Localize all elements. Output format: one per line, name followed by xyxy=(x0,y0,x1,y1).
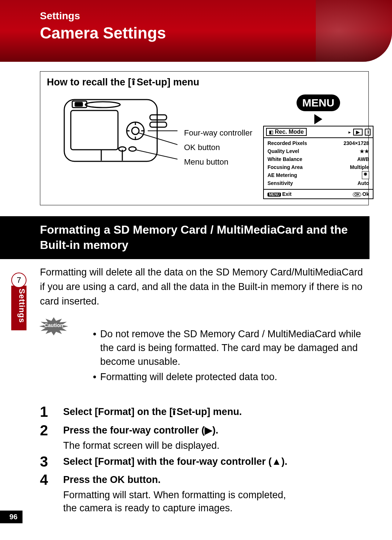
svg-line-19 xyxy=(135,150,177,159)
callout-four-way: Four-way controller xyxy=(184,126,257,140)
menu-footer-left: MENUExit xyxy=(268,191,291,197)
steps-list: 1 Select [Format] on the [îî Set-up] men… xyxy=(40,403,369,515)
section-label: Settings xyxy=(40,10,392,22)
intro-paragraph: Formatting will delete all the data on t… xyxy=(40,265,369,309)
menu-row-label: Focusing Area xyxy=(268,163,303,171)
svg-rect-11 xyxy=(150,115,167,120)
menu-tab-rec-mode: ◧ Rec. Mode xyxy=(266,128,307,136)
step: 3 Select [Format] with the four-way cont… xyxy=(40,453,369,470)
step: 1 Select [Format] on the [îî Set-up] men… xyxy=(40,403,369,421)
chapter-label: Settings xyxy=(11,286,26,330)
step-number: 1 xyxy=(40,403,52,421)
howto-diagram-box: How to recall the [îî Set-up] menu xyxy=(40,71,369,205)
svg-point-5 xyxy=(132,127,139,134)
menu-row: SensitivityAuto xyxy=(268,179,369,187)
svg-rect-12 xyxy=(150,122,167,127)
play-icon: ▶ xyxy=(356,129,360,135)
diagram-callouts: Four-way controller OK button Menu butto… xyxy=(184,93,257,169)
menu-badge: MENU xyxy=(297,94,340,111)
svg-point-16 xyxy=(129,147,136,151)
menu-row-value: ★★ xyxy=(360,147,369,155)
step-title: Press the OK button. xyxy=(63,471,369,488)
ae-metering-icon: ◉ xyxy=(362,171,369,179)
page-title: Camera Settings xyxy=(40,24,392,42)
step-title: Select [Format] on the [îî Set-up] menu. xyxy=(63,403,369,421)
svg-line-18 xyxy=(139,133,177,145)
cursor-right-icon: ▸ xyxy=(348,129,351,135)
side-tab: 7 Settings xyxy=(10,273,28,330)
camera-icon: ◧ xyxy=(269,129,273,135)
callout-menu-button: Menu button xyxy=(184,155,257,169)
menu-footer-right-text: Ok xyxy=(362,191,369,197)
menu-row-value: 2304×1728 xyxy=(344,139,369,147)
menu-screen-preview: ◧ Rec. Mode ▸ ▶ îî Recorded Pixels2304×1… xyxy=(263,126,373,199)
step-title: Select [Format] with the four-way contro… xyxy=(63,453,369,470)
step: 4 Press the OK button. Formatting will s… xyxy=(40,471,369,515)
menu-row-value: AWB xyxy=(357,155,369,163)
step-number: 4 xyxy=(40,471,52,515)
menu-footer-right: OKOk xyxy=(353,191,369,197)
arrow-right-icon xyxy=(314,114,322,124)
menu-row-label: AE Metering xyxy=(268,171,297,179)
step-title: Press the four-way controller (▶). xyxy=(63,422,369,439)
menu-row: Recorded Pixels2304×1728 xyxy=(268,139,369,147)
step-description: Formatting will start. When formatting i… xyxy=(63,488,369,515)
menu-tab-setup: îî xyxy=(365,129,371,136)
caution-badge: Caution xyxy=(39,317,68,337)
step-number: 2 xyxy=(40,422,52,452)
svg-rect-1 xyxy=(71,110,118,150)
chapter-number: 7 xyxy=(11,273,26,288)
caution-item: Formatting will delete protected data to… xyxy=(93,370,369,384)
caution-item: Do not remove the SD Memory Card / Multi… xyxy=(93,327,369,368)
section-heading: Formatting a SD Memory Card / MultiMedia… xyxy=(0,216,369,259)
menu-row-value: Multiple xyxy=(350,163,369,171)
menu-badge-icon: MENU xyxy=(268,193,281,197)
menu-row-label: Sensitivity xyxy=(268,179,293,187)
camera-illustration xyxy=(47,93,177,173)
chapter-banner: Settings Camera Settings xyxy=(0,0,392,62)
menu-tab-playback: ▶ xyxy=(353,129,363,136)
svg-point-10 xyxy=(85,102,120,108)
menu-tab-label: Rec. Mode xyxy=(275,129,304,135)
menu-row: Focusing AreaMultiple xyxy=(268,163,369,171)
caution-label: Caution xyxy=(39,322,68,328)
howto-title-pre: How to recall the [ xyxy=(47,77,131,88)
svg-rect-3 xyxy=(75,102,82,106)
menu-row-label: Quality Level xyxy=(268,147,299,155)
menu-footer-left-text: Exit xyxy=(282,191,291,197)
menu-row-value: Auto xyxy=(358,179,369,187)
ok-badge-icon: OK xyxy=(353,192,361,197)
menu-row-label: White Balance xyxy=(268,155,302,163)
howto-title: How to recall the [îî Set-up] menu xyxy=(47,77,363,88)
howto-title-post: Set-up] menu xyxy=(134,77,199,88)
callout-ok-button: OK button xyxy=(184,140,257,155)
step-title-post: Set-up] menu. xyxy=(174,406,242,417)
menu-row: AE Metering◉ xyxy=(268,171,369,179)
setup-icon: îî xyxy=(132,77,133,87)
menu-row: White BalanceAWB xyxy=(268,155,369,163)
menu-row: Quality Level★★ xyxy=(268,147,369,155)
page-number: 96 xyxy=(0,511,23,523)
step-title-pre: Select [Format] on the [ xyxy=(63,406,173,417)
caution-list: Do not remove the SD Memory Card / Multi… xyxy=(78,327,369,385)
step-number: 3 xyxy=(40,453,52,470)
menu-row-label: Recorded Pixels xyxy=(268,139,307,147)
step: 2 Press the four-way controller (▶). The… xyxy=(40,422,369,452)
step-description: The format screen will be displayed. xyxy=(63,439,369,452)
